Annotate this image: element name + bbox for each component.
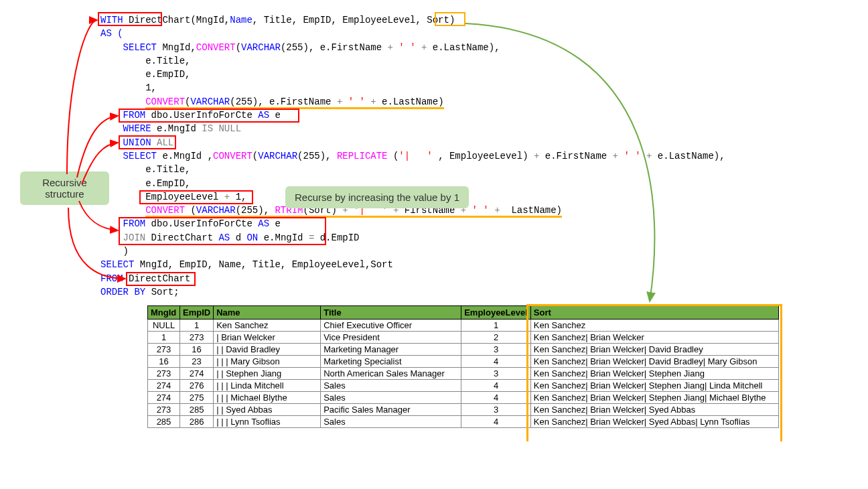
cell-name: | | | Linda Mitchell xyxy=(214,380,321,392)
table-row: 27316| | David BradleyMarketing Manager3… xyxy=(148,344,779,356)
cell-sort: Ken Sanchez| Brian Welcker| David Bradle… xyxy=(530,356,778,368)
th-title: Title xyxy=(321,306,461,320)
kw-where: WHERE xyxy=(123,123,151,134)
table-row: 1273| Brian WelckerVice President2Ken Sa… xyxy=(148,332,779,344)
cell-title: Chief Executive Officer xyxy=(321,320,461,332)
cell-empid: 1 xyxy=(180,320,214,332)
table-row: 1623| | | Mary GibsonMarketing Specialis… xyxy=(148,356,779,368)
th-name: Name xyxy=(214,306,321,320)
kw-from-3: FROM xyxy=(100,273,123,284)
cell-mngid: 273 xyxy=(148,344,180,356)
cell-name: | | | Michael Blythe xyxy=(214,392,321,404)
cell-name: | | David Bradley xyxy=(214,344,321,356)
table-row: 274276| | | Linda MitchellSales4Ken Sanc… xyxy=(148,380,779,392)
cell-name: Ken Sanchez xyxy=(214,320,321,332)
cell-title: Sales xyxy=(321,392,461,404)
cell-name: | | | Mary Gibson xyxy=(214,356,321,368)
th-sort: Sort xyxy=(530,306,778,320)
cell-name: | | | Lynn Tsoflias xyxy=(214,416,321,428)
table-row: 285286| | | Lynn TsofliasSales4Ken Sanch… xyxy=(148,416,779,428)
cell-level: 4 xyxy=(461,356,531,368)
table-row: 274275| | | Michael BlytheSales4Ken Sanc… xyxy=(148,392,779,404)
cell-sort: Ken Sanchez| Brian Welcker| Syed Abbas xyxy=(530,404,778,416)
cell-sort: Ken Sanchez| Brian Welcker| Stephen Jian… xyxy=(530,392,778,404)
table-header-row: MngId EmpID Name Title EmployeeLevel Sor… xyxy=(148,306,779,320)
cell-empid: 16 xyxy=(180,344,214,356)
cell-title: Vice President xyxy=(321,332,461,344)
cell-sort: Ken Sanchez| Brian Welcker| David Bradle… xyxy=(530,344,778,356)
cell-name: | | Syed Abbas xyxy=(214,404,321,416)
results-table: MngId EmpID Name Title EmployeeLevel Sor… xyxy=(147,305,779,428)
cell-title: Marketing Specialist xyxy=(321,356,461,368)
kw-select-1: SELECT xyxy=(123,42,157,53)
cell-empid: 285 xyxy=(180,404,214,416)
table-row: 273285| | Syed AbbasPacific Sales Manage… xyxy=(148,404,779,416)
kw-select-2: SELECT xyxy=(123,151,157,161)
results-table-wrap: MngId EmpID Name Title EmployeeLevel Sor… xyxy=(147,305,848,428)
cell-title: Sales xyxy=(321,380,461,392)
cell-sort: Ken Sanchez| Brian Welcker| Syed Abbas| … xyxy=(530,416,778,428)
label-recursive-structure: Recursive structure xyxy=(20,171,109,205)
cell-name: | | Stephen Jiang xyxy=(214,368,321,380)
cell-empid: 276 xyxy=(180,380,214,392)
kw-join: JOIN xyxy=(123,232,146,243)
kw-with: WITH xyxy=(100,15,123,25)
diagram-root: WITH DirectChart(MngId,Name, Title, EmpI… xyxy=(20,13,848,428)
kw-union: UNION xyxy=(123,137,151,148)
label-recurse-increase: Recurse by increasing the value by 1 xyxy=(285,186,469,208)
cell-mngid: 273 xyxy=(148,368,180,380)
cell-sort: Ken Sanchez xyxy=(530,320,778,332)
cell-empid: 275 xyxy=(180,392,214,404)
arrow-to-with xyxy=(67,20,97,174)
cell-title: Pacific Sales Manager xyxy=(321,404,461,416)
cell-level: 4 xyxy=(461,380,531,392)
cell-level: 2 xyxy=(461,332,531,344)
cell-mngid: 1 xyxy=(148,332,180,344)
cell-sort: Ken Sanchez| Brian Welcker| Stephen Jian… xyxy=(530,380,778,392)
cell-sort: Ken Sanchez| Brian Welcker xyxy=(530,332,778,344)
cell-mngid: 274 xyxy=(148,380,180,392)
cell-title: Sales xyxy=(321,416,461,428)
cell-mngid: 16 xyxy=(148,356,180,368)
kw-from-2: FROM xyxy=(123,218,146,229)
cell-level: 3 xyxy=(461,404,531,416)
cell-mngid: 285 xyxy=(148,416,180,428)
cell-level: 4 xyxy=(461,392,531,404)
cell-empid: 274 xyxy=(180,368,214,380)
cell-level: 3 xyxy=(461,368,531,380)
th-level: EmployeeLevel xyxy=(461,306,531,320)
cell-mngid: 273 xyxy=(148,404,180,416)
cell-mngid: 274 xyxy=(148,392,180,404)
kw-order: ORDER xyxy=(100,287,129,297)
cell-level: 4 xyxy=(461,416,531,428)
th-mngid: MngId xyxy=(148,306,180,320)
cell-empid: 23 xyxy=(180,356,214,368)
cell-name: | Brian Welcker xyxy=(214,332,321,344)
table-row: NULL1Ken SanchezChief Executive Officer1… xyxy=(148,320,779,332)
cell-sort: Ken Sanchez| Brian Welcker| Stephen Jian… xyxy=(530,368,778,380)
cell-title: Marketing Manager xyxy=(321,344,461,356)
cell-level: 1 xyxy=(461,320,531,332)
cell-level: 3 xyxy=(461,344,531,356)
kw-as-open: AS ( xyxy=(100,28,123,39)
kw-select-3: SELECT xyxy=(100,259,134,270)
th-empid: EmpID xyxy=(180,306,214,320)
cell-empid: 273 xyxy=(180,332,214,344)
cell-empid: 286 xyxy=(180,416,214,428)
sql-code-block: WITH DirectChart(MngId,Name, Title, EmpI… xyxy=(100,13,848,299)
cell-mngid: NULL xyxy=(148,320,180,332)
kw-from-1: FROM xyxy=(123,110,146,121)
cell-title: North American Sales Manager xyxy=(321,368,461,380)
table-row: 273274| | Stephen JiangNorth American Sa… xyxy=(148,368,779,380)
